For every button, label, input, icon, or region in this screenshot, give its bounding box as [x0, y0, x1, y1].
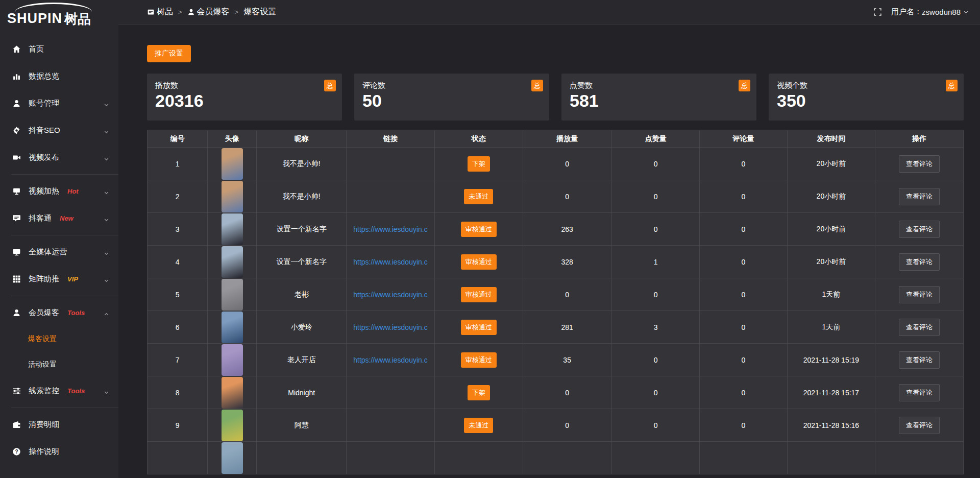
- view-comments-button[interactable]: 查看评论: [899, 417, 940, 434]
- sidebar-item-会员爆客[interactable]: 会员爆客Tools: [0, 299, 118, 326]
- cell-id: 3: [148, 213, 208, 246]
- status-badge[interactable]: 未通过: [464, 189, 493, 204]
- cell-link[interactable]: https://www.iesdouyin.c: [347, 344, 435, 376]
- breadcrumb-item-会员爆客[interactable]: 会员爆客: [187, 7, 230, 17]
- cell-link[interactable]: https://www.iesdouyin.c: [347, 246, 435, 278]
- sliders-icon: [12, 387, 21, 395]
- avatar[interactable]: [222, 377, 243, 409]
- sidebar-item-账号管理[interactable]: 账号管理: [0, 90, 118, 117]
- stat-card-value: 50: [362, 91, 541, 110]
- sidebar-subitem-爆客设置[interactable]: 爆客设置: [0, 326, 118, 352]
- svg-text:?: ?: [15, 448, 18, 455]
- view-comments-button[interactable]: 查看评论: [899, 351, 940, 369]
- status-badge[interactable]: 审核通过: [461, 320, 497, 335]
- status-badge[interactable]: 未通过: [464, 418, 493, 433]
- status-badge[interactable]: 审核通过: [461, 222, 497, 237]
- user-menu[interactable]: 用户名： zswodun88: [891, 7, 969, 17]
- status-badge[interactable]: 下架: [468, 385, 490, 400]
- sidebar-subitem-活动设置[interactable]: 活动设置: [0, 352, 118, 377]
- stat-card-badge: 总: [531, 80, 543, 91]
- records-table-wrap: 编号头像昵称链接状态播放量点赞量评论量发布时间操作 1我不是小帅!下架00020…: [147, 130, 964, 474]
- sidebar-item-label: 首页: [29, 44, 44, 54]
- sidebar-item-视频加热[interactable]: 视频加热Hot: [0, 178, 118, 205]
- table-row: 9阿慧未通过0002021-11-28 15:16查看评论: [148, 409, 964, 442]
- sidebar-item-首页[interactable]: 首页: [0, 36, 118, 63]
- status-badge[interactable]: 审核通过: [461, 254, 497, 270]
- breadcrumb-item-树品[interactable]: 树品: [147, 7, 173, 17]
- sidebar-item-label: 数据总览: [29, 71, 59, 81]
- table-row: [148, 442, 964, 474]
- column-header-编号: 编号: [148, 130, 208, 148]
- sidebar-item-视频发布[interactable]: 视频发布: [0, 144, 118, 171]
- sidebar-item-数据总览[interactable]: 数据总览: [0, 63, 118, 90]
- sidebar-item-tag: Tools: [67, 309, 85, 317]
- status-badge[interactable]: 审核通过: [461, 287, 497, 302]
- cell-avatar: [208, 246, 257, 278]
- sidebar: SHUPIN 树品 首页数据总览账号管理抖音SEO视频发布视频加热Hot抖客通N…: [0, 0, 118, 478]
- breadcrumb-item-爆客设置[interactable]: 爆客设置: [243, 7, 276, 17]
- sidebar-item-消费明细[interactable]: 消费明细: [0, 411, 118, 438]
- avatar[interactable]: [222, 344, 243, 376]
- view-comments-button[interactable]: 查看评论: [899, 221, 940, 238]
- status-badge[interactable]: 下架: [468, 156, 490, 172]
- avatar[interactable]: [222, 246, 243, 278]
- view-comments-button[interactable]: 查看评论: [899, 155, 940, 173]
- status-badge[interactable]: 审核通过: [461, 352, 497, 368]
- column-header-链接: 链接: [347, 130, 435, 148]
- stat-card-label: 视频个数: [777, 81, 955, 90]
- cell-action: 查看评论: [875, 311, 964, 344]
- cell-link[interactable]: https://www.iesdouyin.c: [347, 213, 435, 246]
- stat-card-value: 20316: [155, 91, 334, 110]
- avatar[interactable]: [222, 181, 243, 212]
- cell-id: 2: [148, 180, 208, 213]
- cell-status: 审核通过: [434, 246, 523, 278]
- cell-comments: 0: [700, 344, 787, 376]
- cell-action: 查看评论: [875, 344, 964, 376]
- promo-settings-button[interactable]: 推广设置: [147, 45, 191, 62]
- sidebar-divider: [11, 235, 118, 235]
- fullscreen-icon[interactable]: [873, 8, 882, 16]
- sidebar-item-操作说明[interactable]: ?操作说明: [0, 438, 118, 465]
- logo[interactable]: SHUPIN 树品: [0, 0, 118, 27]
- username-label: 用户名：: [891, 7, 922, 17]
- sidebar-divider: [11, 296, 118, 296]
- cell-likes: 0: [611, 278, 700, 311]
- avatar[interactable]: [222, 213, 243, 245]
- view-comments-button[interactable]: 查看评论: [899, 253, 940, 271]
- view-comments-button[interactable]: 查看评论: [899, 319, 940, 336]
- cell-link[interactable]: https://www.iesdouyin.c: [347, 278, 435, 311]
- view-comments-button[interactable]: 查看评论: [899, 286, 940, 303]
- cell-plays: 0: [523, 376, 611, 409]
- view-comments-button[interactable]: 查看评论: [899, 188, 940, 205]
- sidebar-item-label: 抖音SEO: [29, 126, 60, 135]
- sidebar-item-矩阵助推[interactable]: 矩阵助推VIP: [0, 266, 118, 293]
- bar-chart-icon: [12, 72, 21, 81]
- sidebar-item-label: 全媒体运营: [29, 247, 67, 257]
- sidebar-item-线索监控[interactable]: 线索监控Tools: [0, 377, 118, 404]
- avatar[interactable]: [222, 279, 243, 310]
- sidebar-item-全媒体运营[interactable]: 全媒体运营: [0, 238, 118, 266]
- cell-status: 未通过: [434, 409, 523, 442]
- avatar[interactable]: [222, 410, 243, 441]
- view-comments-button[interactable]: 查看评论: [899, 384, 940, 401]
- cell-nickname: 设置一个新名字: [257, 246, 347, 278]
- cell-link: [347, 148, 435, 180]
- avatar[interactable]: [222, 442, 243, 474]
- avatar[interactable]: [222, 148, 243, 180]
- avatar[interactable]: [222, 312, 243, 343]
- sidebar-item-tag: Tools: [67, 387, 85, 395]
- cell-status: [434, 442, 523, 474]
- stat-card-点赞数: 点赞数581总: [561, 74, 756, 121]
- sidebar-item-label: 矩阵助推: [29, 274, 59, 284]
- cell-likes: 0: [611, 180, 700, 213]
- column-header-发布时间: 发布时间: [787, 130, 875, 148]
- cell-status: 审核通过: [434, 213, 523, 246]
- cell-status: 下架: [434, 376, 523, 409]
- cell-link[interactable]: https://www.iesdouyin.c: [347, 311, 435, 344]
- sidebar-item-抖音SEO[interactable]: 抖音SEO: [0, 117, 118, 144]
- cell-plays: 281: [523, 311, 611, 344]
- sidebar-item-抖客通[interactable]: 抖客通New: [0, 205, 118, 232]
- logo-arc: [15, 3, 92, 12]
- cell-nickname: 老彬: [257, 278, 347, 311]
- cell-likes: 0: [611, 148, 700, 180]
